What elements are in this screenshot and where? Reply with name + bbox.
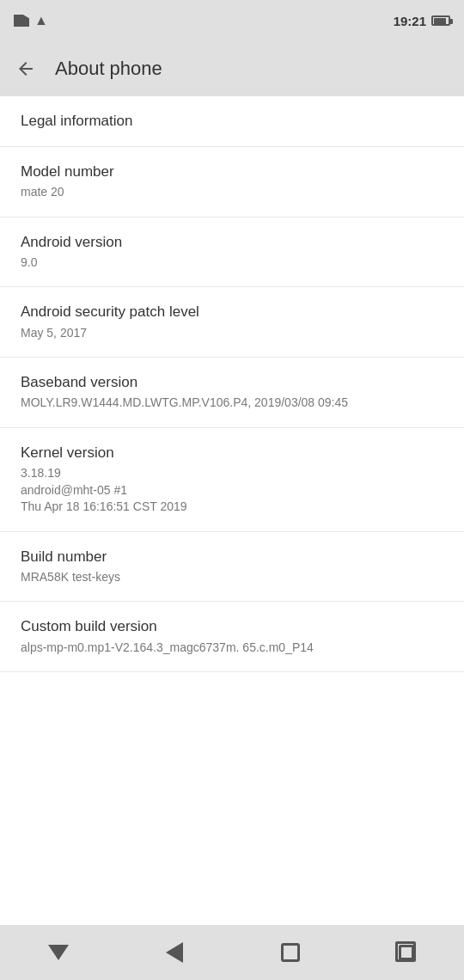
nav-recent-icon: [399, 945, 414, 960]
item-title-custom-build: Custom build version: [21, 617, 443, 636]
nav-down-button[interactable]: [33, 935, 84, 970]
item-subtitle-model: mate 20: [21, 184, 443, 201]
list-item-custom-build[interactable]: Custom build version alps-mp-m0.mp1-V2.1…: [0, 602, 464, 672]
page-title: About phone: [55, 58, 162, 80]
item-title-model: Model number: [21, 162, 443, 181]
item-title-baseband: Baseband version: [21, 373, 443, 392]
list-item-legal[interactable]: Legal information: [0, 96, 464, 147]
item-subtitle-baseband: MOLY.LR9.W1444.MD.LWTG.MP.V106.P4, 2019/…: [21, 395, 443, 412]
item-subtitle-security-patch: May 5, 2017: [21, 325, 443, 342]
nav-down-icon: [48, 945, 69, 960]
status-bar: ▲ 19:21: [0, 0, 464, 41]
item-title-legal: Legal information: [21, 112, 443, 131]
item-title-kernel: Kernel version: [21, 444, 443, 462]
item-title-build-number: Build number: [21, 548, 443, 567]
item-subtitle-build-number: MRA58K test-keys: [21, 569, 443, 586]
nav-recent-button[interactable]: [381, 935, 432, 970]
content-area: Legal information Model number mate 20 A…: [0, 96, 464, 925]
status-bar-right: 19:21: [394, 14, 450, 28]
back-button[interactable]: [14, 57, 38, 81]
list-item-security-patch[interactable]: Android security patch level May 5, 2017: [0, 287, 464, 358]
nav-back-button[interactable]: [149, 935, 200, 970]
header: About phone: [0, 41, 464, 96]
item-title-security-patch: Android security patch level: [21, 303, 443, 322]
nav-bar: [0, 925, 464, 980]
wifi-icon: ▲: [34, 13, 48, 28]
item-subtitle-kernel: 3.18.19 android@mht-05 #1 Thu Apr 18 16:…: [21, 465, 443, 516]
item-subtitle-android-version: 9.0: [21, 254, 443, 272]
item-title-android-version: Android version: [21, 233, 443, 252]
list-item-model[interactable]: Model number mate 20: [0, 147, 464, 217]
list-item-android-version[interactable]: Android version 9.0: [0, 217, 464, 288]
nav-home-icon: [281, 943, 300, 962]
status-bar-left: ▲: [14, 13, 48, 28]
battery-icon: [431, 15, 450, 26]
list-item-build-number[interactable]: Build number MRA58K test-keys: [0, 532, 464, 603]
sim-icon: [14, 15, 29, 27]
status-time: 19:21: [394, 14, 426, 28]
nav-home-button[interactable]: [265, 935, 316, 970]
list-item-baseband[interactable]: Baseband version MOLY.LR9.W1444.MD.LWTG.…: [0, 358, 464, 428]
nav-back-icon: [166, 942, 183, 963]
item-subtitle-custom-build: alps-mp-m0.mp1-V2.164.3_magc6737m. 65.c.…: [21, 640, 443, 657]
list-item-kernel[interactable]: Kernel version 3.18.19 android@mht-05 #1…: [0, 428, 464, 532]
